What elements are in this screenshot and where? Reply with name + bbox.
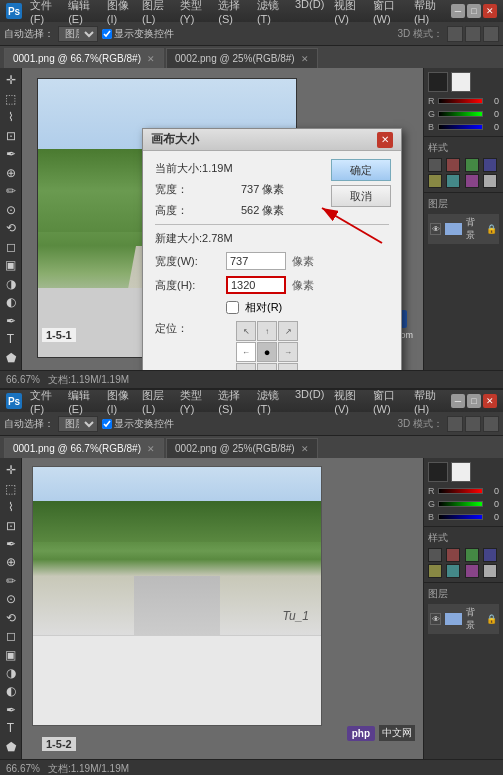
tab-close-0b[interactable]: ✕ (147, 444, 155, 454)
type-tool[interactable]: T (1, 331, 21, 348)
top-menu[interactable]: 文件(F) 编辑(E) 图像(I) 图层(L) 类型(Y) 选择(S) 滤镜(T… (26, 0, 447, 26)
dodge-tool-b[interactable]: ◐ (1, 683, 21, 699)
3d-mode-btn3-b[interactable] (483, 416, 499, 432)
anchor-ml[interactable]: ← (236, 342, 256, 362)
style-6[interactable] (446, 174, 460, 188)
eyedropper-tool-b[interactable]: ✒ (1, 536, 21, 552)
anchor-bc[interactable]: ↓ (257, 363, 277, 370)
menu-view-b[interactable]: 视图(V) (330, 388, 367, 416)
style-5[interactable] (428, 174, 442, 188)
layer-row-1[interactable]: 👁 背景 🔒 (428, 214, 499, 244)
blur-tool[interactable]: ◑ (1, 276, 21, 293)
maximize-button-bottom[interactable]: □ (467, 394, 481, 408)
transform-option[interactable]: 显示变换控件 (102, 27, 174, 41)
menu-file-b[interactable]: 文件(F) (26, 388, 62, 416)
menu-filter[interactable]: 滤镜(T) (253, 0, 289, 26)
fg-swatch[interactable] (428, 72, 448, 92)
clone-tool[interactable]: ⊙ (1, 202, 21, 219)
tab-0002-bottom[interactable]: 0002.png @ 25%(RGB/8#) ✕ (166, 438, 318, 458)
style-b3[interactable] (465, 548, 479, 562)
crop-tool[interactable]: ⊡ (1, 128, 21, 145)
heal-tool-b[interactable]: ⊕ (1, 554, 21, 570)
menu-type-b[interactable]: 类型(Y) (176, 388, 213, 416)
menu-type[interactable]: 类型(Y) (176, 0, 213, 26)
brush-tool-b[interactable]: ✏ (1, 573, 21, 589)
menu-edit-b[interactable]: 编辑(E) (64, 388, 101, 416)
dialog-close-button[interactable]: ✕ (377, 132, 393, 148)
close-button-top[interactable]: ✕ (483, 4, 497, 18)
menu-window[interactable]: 窗口(W) (369, 0, 408, 26)
g-track[interactable] (438, 111, 483, 117)
eraser-tool-b[interactable]: ◻ (1, 628, 21, 644)
pen-tool-b[interactable]: ✒ (1, 702, 21, 718)
path-tool[interactable]: ⬟ (1, 350, 21, 367)
menu-filter-b[interactable]: 滤镜(T) (253, 388, 289, 416)
menu-3d-b[interactable]: 3D(D) (291, 388, 328, 416)
style-b5[interactable] (428, 564, 442, 578)
r-track-b[interactable] (438, 488, 483, 494)
move-tool-b[interactable]: ✛ (1, 462, 21, 478)
anchor-grid[interactable]: ↖ ↑ ↗ ← ● → ↙ ↓ ↘ (236, 321, 298, 370)
menu-select-b[interactable]: 选择(S) (214, 388, 251, 416)
3d-mode-btn2[interactable] (465, 26, 481, 42)
minimize-button-top[interactable]: ─ (451, 4, 465, 18)
select-tool-b[interactable]: ⬚ (1, 480, 21, 496)
eyedropper-tool[interactable]: ✒ (1, 146, 21, 163)
style-b4[interactable] (483, 548, 497, 562)
layer-visibility-b[interactable]: 👁 (430, 613, 441, 625)
auto-select-dropdown-b[interactable]: 图层 (58, 416, 98, 432)
menu-help[interactable]: 帮助(H) (410, 0, 447, 26)
fg-swatch-b[interactable] (428, 462, 448, 482)
r-track[interactable] (438, 98, 483, 104)
tab-close-1b[interactable]: ✕ (301, 444, 309, 454)
3d-mode-btn3[interactable] (483, 26, 499, 42)
menu-help-b[interactable]: 帮助(H) (410, 388, 447, 416)
layer-visibility[interactable]: 👁 (430, 223, 441, 235)
3d-mode-btn1-b[interactable] (447, 416, 463, 432)
menu-layer-b[interactable]: 图层(L) (138, 388, 174, 416)
tab-0001-top[interactable]: 0001.png @ 66.7%(RGB/8#) ✕ (4, 48, 164, 68)
select-tool[interactable]: ⬚ (1, 91, 21, 108)
dodge-tool[interactable]: ◐ (1, 294, 21, 311)
relative-checkbox[interactable] (226, 301, 239, 314)
gradient-tool[interactable]: ▣ (1, 257, 21, 274)
tab-0002-top[interactable]: 0002.png @ 25%(RGB/8#) ✕ (166, 48, 318, 68)
new-height-input[interactable] (226, 276, 286, 294)
b-track[interactable] (438, 124, 483, 130)
gradient-tool-b[interactable]: ▣ (1, 646, 21, 662)
layer-row-1b[interactable]: 👁 背景 🔒 (428, 604, 499, 634)
style-b1[interactable] (428, 548, 442, 562)
style-1[interactable] (428, 158, 442, 172)
style-b8[interactable] (483, 564, 497, 578)
bottom-menu[interactable]: 文件(F) 编辑(E) 图像(I) 图层(L) 类型(Y) 选择(S) 滤镜(T… (26, 388, 447, 416)
tab-close-1[interactable]: ✕ (301, 54, 309, 64)
style-b7[interactable] (465, 564, 479, 578)
anchor-tl[interactable]: ↖ (236, 321, 256, 341)
pen-tool[interactable]: ✒ (1, 313, 21, 330)
3d-mode-btn2-b[interactable] (465, 416, 481, 432)
lasso-tool[interactable]: ⌇ (1, 109, 21, 126)
dialog-ok-button[interactable]: 确定 (331, 159, 391, 181)
anchor-mc[interactable]: ● (257, 342, 277, 362)
transform-option-b[interactable]: 显示变换控件 (102, 417, 174, 431)
brush-tool[interactable]: ✏ (1, 183, 21, 200)
menu-layer[interactable]: 图层(L) (138, 0, 174, 26)
new-width-input[interactable] (226, 252, 286, 270)
history-tool-b[interactable]: ⟲ (1, 610, 21, 626)
anchor-tc[interactable]: ↑ (257, 321, 277, 341)
close-button-bottom[interactable]: ✕ (483, 394, 497, 408)
path-tool-b[interactable]: ⬟ (1, 739, 21, 755)
menu-view[interactable]: 视图(V) (330, 0, 367, 26)
anchor-mr[interactable]: → (278, 342, 298, 362)
blur-tool-b[interactable]: ◑ (1, 665, 21, 681)
transform-checkbox-b[interactable] (102, 419, 112, 429)
eraser-tool[interactable]: ◻ (1, 239, 21, 256)
menu-window-b[interactable]: 窗口(W) (369, 388, 408, 416)
menu-image[interactable]: 图像(I) (103, 0, 136, 26)
style-3[interactable] (465, 158, 479, 172)
type-tool-b[interactable]: T (1, 720, 21, 736)
maximize-button-top[interactable]: □ (467, 4, 481, 18)
menu-file[interactable]: 文件(F) (26, 0, 62, 26)
b-track-b[interactable] (438, 514, 483, 520)
style-2[interactable] (446, 158, 460, 172)
